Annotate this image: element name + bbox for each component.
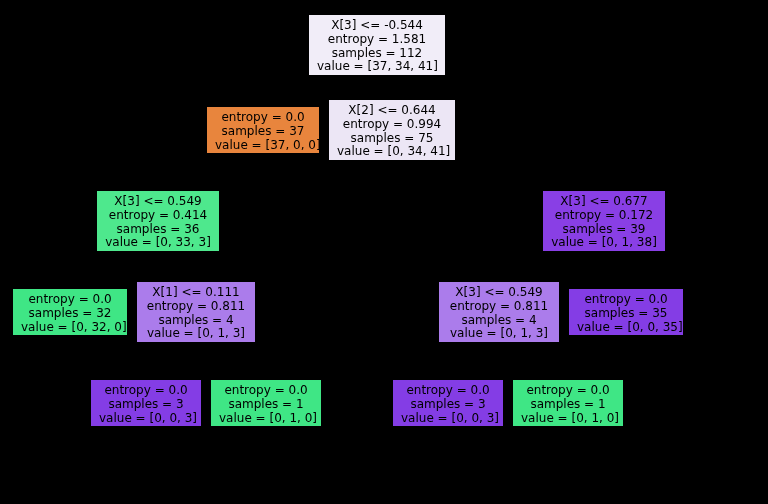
tree-node-line: samples = 35 — [577, 307, 675, 321]
svg-line-12 — [499, 252, 573, 281]
tree-node-line: entropy = 0.414 — [105, 209, 211, 223]
tree-node-line: entropy = 0.811 — [145, 300, 247, 314]
tree-node-line: value = [0, 32, 0] — [21, 321, 119, 335]
tree-node-line: samples = 75 — [337, 132, 447, 146]
tree-node-line: samples = 36 — [105, 223, 211, 237]
tree-node: entropy = 0.0samples = 35value = [0, 0, … — [568, 288, 684, 336]
svg-line-22 — [530, 343, 569, 379]
tree-node: X[3] <= -0.544entropy = 1.581samples = 1… — [308, 14, 446, 76]
tree-node-line: value = [0, 1, 3] — [447, 327, 551, 341]
tree-node-line: entropy = 0.0 — [401, 384, 495, 398]
tree-node-line: value = [0, 1, 3] — [145, 327, 247, 341]
tree-node-line: samples = 3 — [99, 398, 193, 412]
tree-node-line: X[3] <= 0.549 — [105, 195, 211, 209]
tree-node-line: X[3] <= -0.544 — [317, 19, 437, 33]
tree-node-line: value = [0, 1, 0] — [521, 412, 615, 426]
tree-node-line: value = [0, 0, 3] — [99, 412, 193, 426]
tree-node-line: entropy = 0.811 — [447, 300, 551, 314]
tree-node: X[3] <= 0.549entropy = 0.414samples = 36… — [96, 190, 220, 252]
tree-node-line: entropy = 0.994 — [337, 118, 447, 132]
tree-node-line: samples = 4 — [145, 314, 247, 328]
svg-line-4 — [158, 161, 360, 190]
tree-node: entropy = 0.0samples = 32value = [0, 32,… — [12, 288, 128, 336]
tree-node-line: X[3] <= 0.677 — [551, 195, 657, 209]
tree-node-line: value = [0, 34, 41] — [337, 145, 447, 159]
tree-node: entropy = 0.0samples = 1value = [0, 1, 0… — [210, 379, 322, 427]
tree-node: entropy = 0.0samples = 3value = [0, 0, 3… — [392, 379, 504, 427]
tree-node: X[2] <= 0.644entropy = 0.994samples = 75… — [328, 99, 456, 161]
tree-node-line: X[1] <= 0.111 — [145, 286, 247, 300]
svg-line-16 — [146, 343, 166, 379]
tree-node-line: value = [0, 0, 3] — [401, 412, 495, 426]
tree-node-line: entropy = 0.0 — [521, 384, 615, 398]
tree-node-line: entropy = 0.0 — [215, 111, 311, 125]
tree-node-line: value = [0, 0, 35] — [577, 321, 675, 335]
tree-node-line: entropy = 0.0 — [21, 293, 119, 307]
tree-node-line: value = [0, 1, 0] — [219, 412, 313, 426]
tree-node-line: entropy = 0.0 — [219, 384, 313, 398]
tree-node-line: entropy = 0.0 — [577, 293, 675, 307]
tree-node-line: samples = 4 — [447, 314, 551, 328]
tree-node-line: value = [37, 0, 0] — [215, 139, 311, 153]
tree-node-line: value = [37, 34, 41] — [317, 60, 437, 74]
tree-node-line: samples = 1 — [219, 398, 313, 412]
tree-node: X[1] <= 0.111entropy = 0.811samples = 4v… — [136, 281, 256, 343]
tree-node: entropy = 0.0samples = 3value = [0, 0, 3… — [90, 379, 202, 427]
tree-node-line: samples = 3 — [401, 398, 495, 412]
tree-node: entropy = 0.0samples = 37value = [37, 0,… — [206, 106, 320, 154]
tree-node-line: X[3] <= 0.549 — [447, 286, 551, 300]
tree-node-line: samples = 32 — [21, 307, 119, 321]
svg-line-20 — [448, 343, 469, 379]
svg-line-18 — [226, 343, 266, 379]
tree-node-line: entropy = 0.0 — [99, 384, 193, 398]
tree-node-line: value = [0, 33, 3] — [105, 236, 211, 250]
tree-node-line: entropy = 0.172 — [551, 209, 657, 223]
tree-node-line: X[2] <= 0.644 — [337, 104, 447, 118]
tree-node: entropy = 0.0samples = 1value = [0, 1, 0… — [512, 379, 624, 427]
svg-line-6 — [424, 161, 604, 190]
svg-line-14 — [626, 252, 635, 288]
tree-node-line: samples = 112 — [317, 47, 437, 61]
tree-node-line: samples = 39 — [551, 223, 657, 237]
decision-tree: X[3] <= -0.544entropy = 1.581samples = 1… — [0, 0, 768, 504]
tree-node-line: samples = 37 — [215, 125, 311, 139]
tree-node-line: entropy = 1.581 — [317, 33, 437, 47]
tree-node-line: samples = 1 — [521, 398, 615, 412]
svg-line-8 — [70, 252, 127, 288]
tree-node: X[3] <= 0.549entropy = 0.811samples = 4v… — [438, 281, 560, 343]
tree-node: X[3] <= 0.677entropy = 0.172samples = 39… — [542, 190, 666, 252]
tree-node-line: value = [0, 1, 38] — [551, 236, 657, 250]
